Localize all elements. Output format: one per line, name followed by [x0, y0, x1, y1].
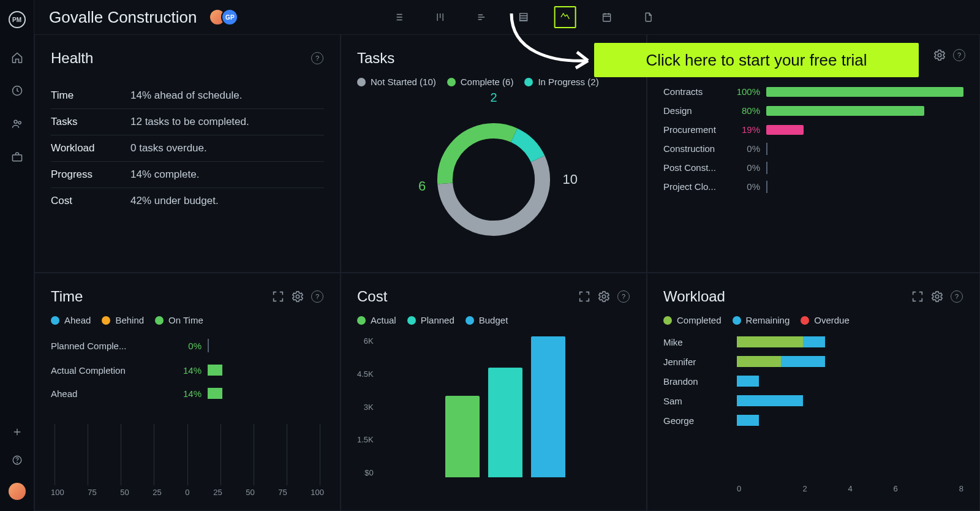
panel-cost: Cost ? ActualPlannedBudget 6K4.5K3K1.5K$… [341, 273, 647, 511]
progress-pct: 80% [731, 105, 760, 116]
axis-label: 6K [364, 336, 374, 346]
svg-rect-3 [12, 155, 21, 161]
member-badge: GP [221, 9, 238, 26]
axis-label: 0 [737, 484, 782, 493]
panel-title-tasks: Tasks [357, 50, 394, 67]
help-icon[interactable] [12, 455, 23, 468]
clock-icon[interactable] [11, 85, 23, 99]
legend-item[interactable]: Actual [357, 315, 396, 325]
legend-dot-icon [447, 78, 456, 86]
panel-settings-icon[interactable] [930, 290, 944, 303]
time-pct: 0% [173, 341, 202, 351]
cta-free-trial-banner[interactable]: Click here to start your free trial [594, 43, 919, 77]
svg-point-5 [17, 462, 17, 463]
legend-dot-icon [155, 316, 164, 325]
progress-row: Design 80% [663, 105, 963, 116]
axis-label: 2 [782, 484, 827, 493]
panel-settings-icon[interactable] [933, 48, 946, 62]
progress-row: Construction 0% [663, 143, 963, 154]
legend-label: Remaining [746, 315, 790, 325]
cost-bar [488, 368, 522, 477]
legend-item[interactable]: On Time [155, 315, 203, 325]
axis-label: $0 [364, 468, 373, 477]
legend-label: Planned [421, 315, 454, 325]
time-bar [208, 388, 222, 399]
axis-label: 100 [51, 488, 64, 497]
panel-help-icon[interactable]: ? [952, 48, 966, 62]
health-row: Progress14% complete. [51, 162, 324, 188]
panel-help-icon[interactable]: ? [311, 51, 324, 65]
panel-time: Time ? AheadBehindOn Time Planned Comple… [34, 273, 341, 511]
svg-point-14 [935, 295, 939, 298]
svg-point-11 [938, 53, 941, 57]
donut-value-inprogress: 2 [490, 91, 497, 105]
panel-settings-icon[interactable] [597, 290, 611, 303]
view-board-icon[interactable] [429, 6, 451, 28]
legend-item[interactable]: Not Started (10) [357, 77, 436, 87]
panel-settings-icon[interactable] [291, 290, 304, 303]
legend-dot-icon [51, 316, 59, 325]
legend-item[interactable]: Behind [102, 315, 144, 325]
team-icon[interactable] [11, 118, 23, 132]
progress-bar [766, 125, 804, 135]
donut-value-notstarted: 10 [563, 172, 578, 187]
time-row: Ahead14% [51, 388, 324, 399]
workload-bar [737, 356, 825, 367]
workload-seg [737, 415, 759, 426]
progress-label: Contracts [663, 86, 731, 97]
sidebar: PM [0, 0, 34, 511]
project-title: Govalle Construction [49, 8, 197, 27]
svg-point-12 [296, 295, 300, 298]
panel-expand-icon[interactable] [271, 290, 285, 303]
legend-dot-icon [733, 316, 741, 325]
legend-item[interactable]: Remaining [733, 315, 790, 325]
legend-item[interactable]: Budget [466, 315, 508, 325]
progress-pct: 0% [731, 181, 760, 192]
progress-tick [766, 181, 767, 193]
user-avatar[interactable] [9, 483, 26, 500]
panel-help-icon[interactable]: ? [617, 290, 630, 303]
panel-help-icon[interactable]: ? [311, 290, 324, 303]
logo-icon[interactable]: PM [9, 11, 26, 28]
axis-label: 6 [873, 484, 918, 493]
legend-item[interactable]: Planned [407, 315, 454, 325]
view-gantt-icon[interactable] [471, 6, 493, 28]
progress-tick [766, 143, 767, 155]
legend-item[interactable]: Complete (6) [447, 77, 514, 87]
home-icon[interactable] [11, 51, 23, 66]
panel-title-time: Time [51, 288, 83, 305]
svg-point-13 [602, 295, 606, 298]
workload-row: Brandon [663, 376, 963, 387]
health-key: Time [51, 89, 130, 102]
view-file-icon[interactable] [638, 6, 660, 28]
legend-item[interactable]: In Progress (2) [524, 77, 598, 87]
health-row: Cost42% under budget. [51, 188, 324, 214]
svg-rect-7 [603, 14, 611, 21]
view-list-icon[interactable] [388, 6, 410, 28]
health-value: 42% under budget. [130, 195, 219, 207]
panel-title-health: Health [51, 50, 93, 67]
health-key: Workload [51, 142, 130, 154]
workload-bar [737, 376, 759, 387]
project-members[interactable]: GP [209, 9, 238, 26]
legend-label: Completed [677, 315, 722, 325]
progress-label: Construction [663, 143, 731, 154]
workload-name: Mike [663, 337, 737, 347]
legend-item[interactable]: Ahead [51, 315, 91, 325]
legend-item[interactable]: Overdue [801, 315, 850, 325]
time-row: Actual Completion14% [51, 365, 324, 376]
progress-label: Project Clo... [663, 181, 731, 192]
panel-expand-icon[interactable] [578, 290, 591, 303]
time-tick [208, 339, 209, 352]
panel-help-icon[interactable]: ? [950, 290, 963, 303]
time-pct: 14% [173, 365, 202, 376]
legend-dot-icon [663, 316, 672, 325]
add-icon[interactable] [12, 426, 23, 440]
axis-label: 3K [364, 403, 374, 412]
workload-bar [737, 336, 825, 347]
legend-item[interactable]: Completed [663, 315, 722, 325]
briefcase-icon[interactable] [11, 151, 23, 165]
health-value: 12 tasks to be completed. [130, 116, 249, 128]
health-row: Tasks12 tasks to be completed. [51, 109, 324, 135]
panel-expand-icon[interactable] [911, 290, 924, 303]
